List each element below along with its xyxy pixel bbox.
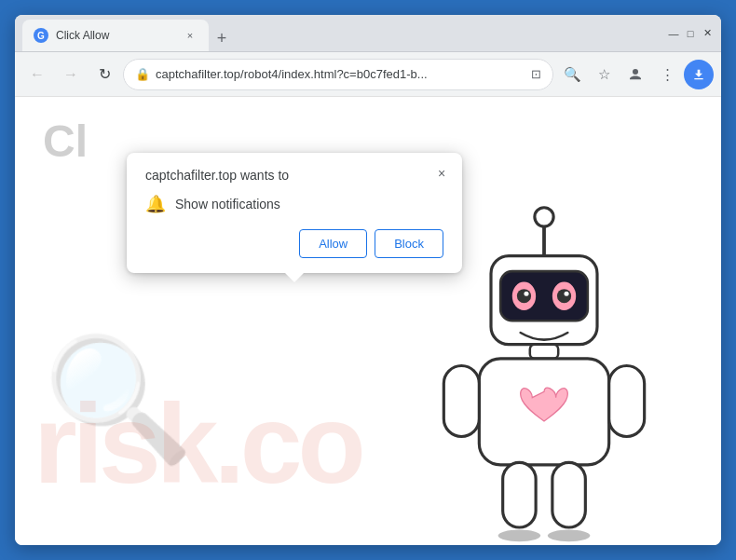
svg-point-0 <box>633 69 638 75</box>
svg-rect-11 <box>530 345 558 359</box>
popup-tail <box>285 273 304 282</box>
popup-permission-row: 🔔 Show notifications <box>145 194 443 214</box>
svg-rect-13 <box>443 365 479 436</box>
popup-buttons: Allow Block <box>145 229 443 258</box>
tab-close-button[interactable]: × <box>183 28 198 43</box>
page-inner: Cl 🔍 risk.co <box>15 97 721 545</box>
svg-point-18 <box>548 530 591 542</box>
permission-text: Show notifications <box>175 197 280 212</box>
page-content: Cl 🔍 risk.co <box>15 97 721 545</box>
new-tab-button[interactable]: + <box>209 25 235 51</box>
toolbar: ← → ↻ 🔒 captchafilter.top/robot4/index.h… <box>15 52 721 97</box>
svg-point-9 <box>524 292 528 296</box>
svg-point-8 <box>557 289 571 303</box>
forward-button[interactable]: → <box>56 60 86 89</box>
close-button[interactable]: ✕ <box>701 27 714 40</box>
toolbar-extra-icons: 🔍 ☆ ⋮ <box>557 60 714 89</box>
title-bar: G Click Allow × + — □ ✕ <box>15 15 721 52</box>
menu-icon-button[interactable]: ⋮ <box>652 60 682 89</box>
tab-title: Click Allow <box>56 29 175 42</box>
reload-button[interactable]: ↻ <box>89 60 119 89</box>
svg-rect-16 <box>552 462 585 527</box>
watermark-text: risk.co <box>34 379 361 508</box>
translate-icon: ⊡ <box>531 67 541 81</box>
svg-point-10 <box>565 292 569 296</box>
maximize-button[interactable]: □ <box>684 27 697 40</box>
profile-icon-button[interactable] <box>620 60 650 89</box>
svg-point-7 <box>517 289 531 303</box>
bookmark-icon-button[interactable]: ☆ <box>589 60 619 89</box>
address-text: captchafilter.top/robot4/index.html?c=b0… <box>156 67 525 81</box>
bell-icon: 🔔 <box>145 194 166 214</box>
search-icon-button[interactable]: 🔍 <box>557 60 587 89</box>
lock-icon: 🔒 <box>135 67 150 81</box>
tab-strip: G Click Allow × + <box>22 15 660 51</box>
back-button[interactable]: ← <box>22 60 52 89</box>
tab-favicon: G <box>34 28 48 43</box>
allow-button[interactable]: Allow <box>299 229 367 258</box>
popup-close-button[interactable]: × <box>430 162 453 184</box>
block-button[interactable]: Block <box>375 229 443 258</box>
page-header: Cl <box>43 116 88 167</box>
svg-rect-15 <box>503 462 536 527</box>
popup-title: captchafilter.top wants to <box>145 168 443 183</box>
window-controls: — □ ✕ <box>667 27 714 40</box>
active-tab[interactable]: G Click Allow × <box>22 20 209 51</box>
svg-point-2 <box>535 208 553 226</box>
download-icon-button[interactable] <box>684 60 714 89</box>
browser-window: G Click Allow × + — □ ✕ ← → ↻ 🔒 captchaf… <box>15 15 721 545</box>
minimize-button[interactable]: — <box>667 27 680 40</box>
svg-rect-14 <box>609 365 645 436</box>
notification-popup: × captchafilter.top wants to 🔔 Show noti… <box>127 153 462 273</box>
svg-point-17 <box>498 530 541 542</box>
address-bar[interactable]: 🔒 captchafilter.top/robot4/index.html?c=… <box>123 59 553 90</box>
